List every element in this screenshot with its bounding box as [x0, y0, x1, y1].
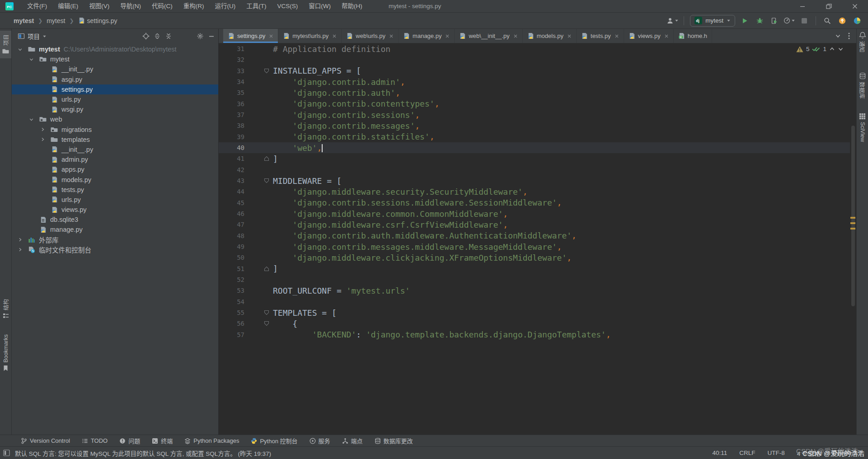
update-button[interactable] [837, 15, 848, 26]
fold-end-icon[interactable] [244, 156, 273, 161]
user-account-button[interactable] [667, 15, 678, 26]
code-line-44[interactable]: 44 'django.middleware.security.SecurityM… [219, 186, 850, 197]
tree-item--[interactable]: 临时文件和控制台 [12, 245, 218, 255]
tab-web-init-py[interactable]: web\__init__.py [455, 29, 522, 43]
toolwindow-button-version-control[interactable]: Version Control [21, 437, 70, 444]
chevron-right-icon[interactable] [39, 127, 46, 132]
breadcrumb-item[interactable]: mytest [14, 17, 34, 24]
code-line-51[interactable]: 51] [219, 263, 850, 274]
tool-window-switcher-icon[interactable] [3, 450, 10, 456]
tree-item--init-py[interactable]: __init__.py [12, 145, 218, 155]
stripe-button-项目[interactable]: 项目 [0, 31, 11, 58]
ide-features-button[interactable] [852, 15, 863, 26]
collapse-all-button[interactable] [165, 33, 172, 40]
menu-item-6[interactable]: 运行(U) [210, 0, 241, 13]
tree-item-migrations[interactable]: migrations [12, 125, 218, 135]
tree-item-templates[interactable]: templates [12, 135, 218, 145]
close-window-button[interactable] [842, 0, 868, 13]
stripe-button-通知[interactable]: 通知 [857, 32, 868, 52]
minimize-window-button[interactable] [789, 0, 816, 13]
toolwindow-button-终端[interactable]: 终端 [152, 436, 173, 445]
code-line-53[interactable]: 53ROOT_URLCONF = 'mytest.urls' [219, 285, 850, 296]
next-problem-button[interactable] [838, 46, 844, 52]
tab-list-chevron-icon[interactable] [835, 33, 841, 39]
tab-mytest-urls-py[interactable]: mytest\urls.py [278, 29, 342, 43]
prev-problem-button[interactable] [829, 46, 835, 52]
code-line-50[interactable]: 50 'django.middleware.clickjacking.XFram… [219, 252, 850, 263]
tree-item-tests-py[interactable]: tests.py [12, 185, 218, 195]
tree-item-manage-py[interactable]: manage.py [12, 225, 218, 234]
chevron-right-icon[interactable] [39, 137, 46, 142]
fold-end-icon[interactable] [244, 266, 273, 272]
tab-web-urls-py[interactable]: web\urls.py [342, 29, 399, 43]
code-area[interactable]: 31# Application definition32 33INSTALLED… [219, 43, 856, 435]
fold-start-icon[interactable] [244, 178, 273, 183]
code-line-46[interactable]: 46 'django.middleware.common.CommonMiddl… [219, 208, 850, 219]
chevron-down-icon[interactable] [28, 57, 35, 62]
tab-settings-py[interactable]: settings.py [223, 29, 278, 43]
code-line-33[interactable]: 33INSTALLED_APPS = [ [219, 66, 850, 76]
code-line-47[interactable]: 47 'django.middleware.csrf.CsrfViewMiddl… [219, 219, 850, 230]
status-widget-2[interactable]: UTF-8 [767, 450, 784, 456]
tab-views-py[interactable]: views.py [624, 29, 674, 43]
profiler-button[interactable] [784, 15, 795, 26]
status-widget-1[interactable]: CRLF [739, 450, 755, 456]
close-tab-icon[interactable] [389, 34, 394, 38]
code-line-43[interactable]: 43MIDDLEWARE = [ [219, 175, 850, 186]
tree-item-wsgi-py[interactable]: wsgi.py [12, 104, 218, 114]
locate-file-button[interactable] [142, 33, 150, 40]
code-line-35[interactable]: 35 'django.contrib.auth', [219, 87, 850, 98]
stripe-warning-mark[interactable] [850, 228, 855, 230]
chevron-right-icon[interactable] [16, 247, 23, 252]
menu-item-1[interactable]: 编辑(E) [52, 0, 84, 13]
menu-item-2[interactable]: 视图(V) [84, 0, 115, 13]
tree-item-settings-py[interactable]: settings.py [12, 84, 218, 94]
coverage-button[interactable] [769, 15, 780, 26]
code-line-48[interactable]: 48 'django.contrib.auth.middleware.Authe… [219, 230, 850, 241]
status-widget-3[interactable]: 4 个空格 [797, 449, 821, 458]
menu-item-0[interactable]: 文件(F) [22, 0, 52, 13]
close-tab-icon[interactable] [664, 34, 669, 38]
menu-item-3[interactable]: 导航(N) [115, 0, 146, 13]
tab-options-kebab-icon[interactable] [848, 33, 850, 39]
code-line-36[interactable]: 36 'django.contrib.contenttypes', [219, 98, 850, 109]
tree-item--[interactable]: 外部库 [12, 235, 218, 245]
tree-item-urls-py[interactable]: urls.py [12, 94, 218, 104]
tree-item-views-py[interactable]: views.py [12, 205, 218, 215]
tab-tests-py[interactable]: tests.py [577, 29, 624, 43]
code-line-52[interactable]: 52 [219, 274, 850, 285]
tab-manage-py[interactable]: manage.py [399, 29, 455, 43]
close-tab-icon[interactable] [332, 34, 337, 38]
menu-item-10[interactable]: 帮助(H) [336, 0, 368, 13]
tree-item-db-sqlite3[interactable]: db.sqlite3 [12, 215, 218, 225]
code-lines[interactable]: 31# Application definition32 33INSTALLED… [219, 43, 850, 340]
close-tab-icon[interactable] [513, 34, 518, 38]
tree-item--init-py[interactable]: __init__.py [12, 64, 218, 74]
code-line-37[interactable]: 37 'django.contrib.sessions', [219, 109, 850, 120]
run-button[interactable] [739, 15, 750, 26]
breadcrumb-item[interactable]: mytest [47, 17, 65, 24]
chevron-right-icon[interactable] [16, 237, 23, 242]
error-stripe[interactable] [850, 43, 856, 435]
tree-item-models-py[interactable]: models.py [12, 174, 218, 184]
scrollbar-thumb[interactable] [851, 126, 855, 306]
stripe-button-sciview[interactable]: SciView [857, 113, 868, 142]
breadcrumb-item[interactable]: settings.py [78, 17, 117, 24]
code-line-49[interactable]: 49 'django.contrib.messages.middleware.M… [219, 241, 850, 252]
code-line-55[interactable]: 55TEMPLATES = [ [219, 307, 850, 318]
code-line-39[interactable]: 39 'django.contrib.staticfiles', [219, 131, 850, 142]
close-tab-icon[interactable] [567, 34, 572, 38]
chevron-down-icon[interactable] [16, 47, 23, 52]
toolwindow-button-数据库更改[interactable]: 数据库更改 [375, 436, 413, 445]
code-line-42[interactable]: 42 [219, 164, 850, 175]
code-line-41[interactable]: 41] [219, 153, 850, 164]
tree-item-urls-py[interactable]: urls.py [12, 195, 218, 205]
expand-all-button[interactable] [154, 33, 161, 40]
debug-button[interactable] [754, 15, 765, 26]
menu-item-4[interactable]: 代码(C) [146, 0, 178, 13]
run-configuration-select[interactable]: dj mytest [690, 15, 735, 27]
code-line-56[interactable]: 56 { [219, 318, 850, 329]
status-widget-4[interactable]: Python 3.9 [832, 450, 862, 456]
fold-start-icon[interactable] [244, 68, 273, 74]
toolwindow-button-python-packages[interactable]: Python Packages [184, 437, 239, 444]
